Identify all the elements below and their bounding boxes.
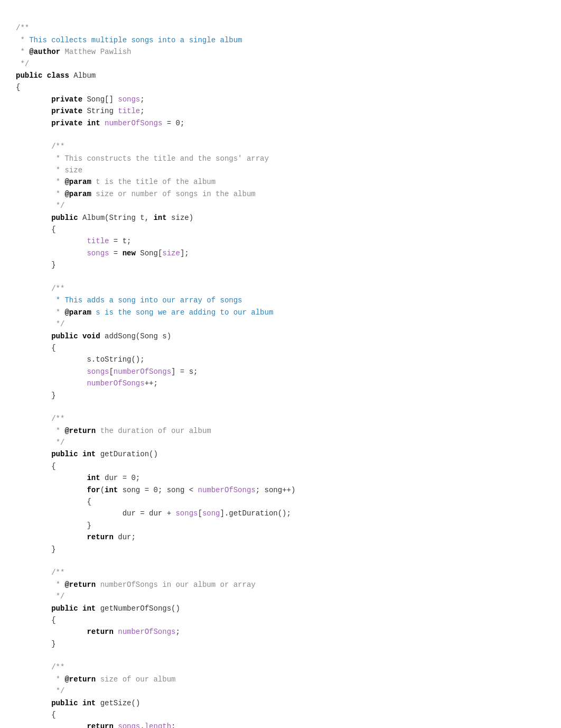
code-editor: /** * This collects multiple songs into … <box>16 11 545 728</box>
keyword-int2: int <box>153 214 166 222</box>
comment-addsong-param-star: * <box>56 308 65 317</box>
keyword-public5: public <box>51 604 78 613</box>
comment-getduration-start: /** <box>51 414 64 423</box>
javadoc-param-text3: s is the song we are adding to our album <box>91 308 273 317</box>
comment-param2-star: * <box>56 190 65 198</box>
comment-return3-star: * <box>56 675 65 684</box>
comment-getnumsongs-start: /** <box>51 568 64 577</box>
javadoc-param-tag2: @param <box>64 190 91 198</box>
var-number-of-songs: numberOfSongs <box>105 119 162 127</box>
comment-line: Matthew Pawlish <box>60 48 131 56</box>
var-length: length <box>145 722 171 728</box>
keyword-int: int <box>87 119 100 127</box>
assign-title: title <box>87 237 109 245</box>
comment-return-star: * <box>56 427 65 435</box>
keyword-int7: int <box>82 699 96 707</box>
keyword-public2: public <box>51 214 78 222</box>
keyword-void: void <box>82 332 100 340</box>
comment-addsong-start: /** <box>51 284 64 293</box>
var-songs3: songs <box>118 722 140 728</box>
keyword-public6: public <box>51 699 78 707</box>
javadoc-return-tag2: @return <box>64 580 96 589</box>
comment-getduration-end: */ <box>56 438 65 447</box>
comment-line: /** <box>16 24 29 32</box>
keyword-int4: int <box>87 474 100 482</box>
javadoc-return-text: the duration of our album <box>96 427 211 435</box>
javadoc-text-1: * This constructs the title and the song… <box>56 154 269 163</box>
javadoc-param-tag3: @param <box>64 308 91 317</box>
var-title: title <box>118 107 140 115</box>
var-number-of-songs4: numberOfSongs <box>198 486 256 494</box>
keyword-public4: public <box>51 450 78 458</box>
javadoc-param-text: t is the title of the album <box>91 178 216 186</box>
var-size: size <box>162 249 180 257</box>
javadoc-return-text3: size of our album <box>96 675 175 684</box>
comment-javadoc-end: */ <box>56 201 65 210</box>
keyword-int5: int <box>105 486 118 494</box>
var-number-of-songs2: numberOfSongs <box>114 367 171 376</box>
javadoc-param-text2: size or number of songs in the album <box>91 190 256 198</box>
comment-line: */ <box>16 60 29 68</box>
comment-getsize-start: /** <box>51 663 64 671</box>
keyword-private: private <box>51 95 82 104</box>
keyword-new: new <box>123 249 136 257</box>
keyword-int3: int <box>82 450 96 458</box>
keyword-return2: return <box>87 628 113 636</box>
keyword-for: for <box>87 486 100 494</box>
var-songs2: songs <box>175 509 198 518</box>
javadoc-tag: @author <box>29 48 60 56</box>
keyword-public3: public <box>51 332 78 340</box>
javadoc-return-text2: numberOfSongs in our album or array <box>96 580 255 589</box>
var-songs-indexed: songs <box>87 367 109 376</box>
keyword-return3: return <box>87 722 113 728</box>
var-number-of-songs5: numberOfSongs <box>118 628 175 636</box>
keyword-private3: private <box>51 119 82 127</box>
comment-link: This collects multiple songs into a sing… <box>29 36 242 44</box>
var-number-of-songs3: numberOfSongs <box>87 379 144 388</box>
javadoc-addsong-text: * This adds a song into our array of son… <box>56 296 242 305</box>
comment-javadoc-start: /** <box>51 142 64 151</box>
comment-line: * <box>16 36 29 44</box>
comment-getnumsongs-end: */ <box>56 592 65 601</box>
comment-getsize-end: */ <box>56 687 65 695</box>
keyword-return: return <box>87 533 113 541</box>
javadoc-return-tag3: @return <box>64 675 96 684</box>
comment-param1-star: * <box>56 178 65 186</box>
var-song: song <box>202 509 220 518</box>
keyword-private2: private <box>51 107 82 115</box>
javadoc-param-tag: @param <box>64 178 91 186</box>
assign-songs: songs <box>87 249 109 257</box>
javadoc-return-tag: @return <box>64 427 96 435</box>
comment-addsong-end: */ <box>56 320 65 328</box>
keyword-class: class <box>47 71 69 80</box>
var-songs: songs <box>118 95 140 104</box>
keyword-public: public <box>16 71 42 80</box>
javadoc-text-2: * size <box>56 166 82 174</box>
comment-line: * <box>16 48 29 56</box>
comment-return2-star: * <box>56 580 65 589</box>
keyword-int6: int <box>82 604 96 613</box>
